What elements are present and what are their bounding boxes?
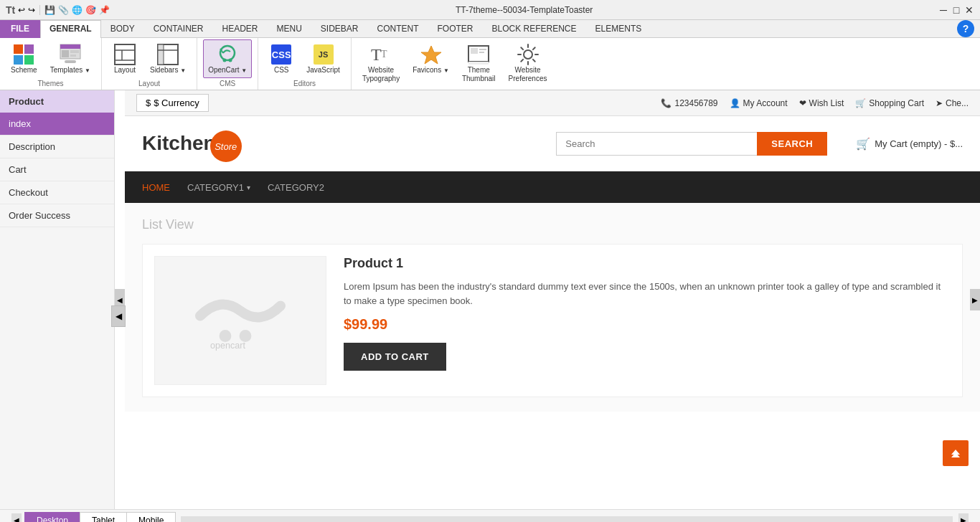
cart-label: My Cart (empty) - $... [875,138,963,149]
templates-button[interactable]: Templates ▼ [45,39,95,78]
scheme-button[interactable]: Scheme [6,39,42,78]
tab-content[interactable]: CONTENT [368,20,428,38]
nav-category1-label: CATEGORY1 [187,182,244,193]
theme-thumbnail-button[interactable]: ThemeThumbnail [457,39,501,87]
sidebars-label: Sidebars ▼ [150,66,186,75]
window-title: TT-7theme--50034-TemplateToaster [110,5,938,15]
minimize-btn[interactable]: ─ [938,5,948,15]
my-account-item[interactable]: 👤 My Account [730,98,788,108]
svg-text:opencart: opencart [210,341,246,351]
currency-button[interactable]: $ $ Currency [136,94,209,112]
css-button[interactable]: CSS CSS [264,39,298,78]
tab-sidebar[interactable]: SIDEBAR [311,20,368,38]
shopping-cart-item[interactable]: 🛒 Shopping Cart [855,98,924,108]
window-controls[interactable]: ─ □ ✕ [938,5,974,15]
nav-item-category2[interactable]: CATEGORY2 [268,174,324,201]
product-name: Product 1 [344,256,951,271]
close-btn[interactable]: ✕ [964,5,974,15]
undo-icon[interactable]: ↩ [18,5,25,15]
horizontal-scrollbar[interactable] [181,516,953,523]
favicons-label: Favicons ▼ [413,66,449,75]
my-account-label: My Account [743,98,788,108]
tab-general[interactable]: GENERAL [40,20,101,38]
clip-icon[interactable]: 📎 [58,5,69,15]
layout-button[interactable]: Layout [108,39,142,78]
phone-number: 123456789 [674,98,717,108]
product-info: Product 1 Lorem Ipsum has been the indus… [344,256,951,385]
nav-item-home[interactable]: HOME [142,174,170,201]
web-icon[interactable]: 🌐 [72,5,83,15]
desktop-tab[interactable]: Desktop [24,512,80,523]
svg-rect-3 [24,55,34,65]
tab-block-reference[interactable]: BLOCK REFERENCE [483,20,586,38]
bottom-scroll-left[interactable]: ◀ [11,513,22,523]
sidebars-icon [156,43,179,66]
favicons-button[interactable]: Favicons ▼ [407,39,454,87]
sidebar-collapse-btn[interactable]: ◀ [111,305,126,327]
sidebar-item-cart[interactable]: Cart [0,158,114,181]
wish-list-item[interactable]: ❤ Wish List [799,98,844,108]
heart-icon: ❤ [799,98,806,108]
scheme-icon [12,43,35,66]
layout-group-label: Layout [138,80,160,87]
separator [39,5,40,15]
svg-marker-22 [421,46,441,64]
templates-icon [59,43,82,66]
javascript-button[interactable]: JS JavaScript [301,39,345,78]
sidebars-button[interactable]: Sidebars ▼ [145,39,191,78]
ribbon-group-editors: CSS CSS JS JavaScript Editors [258,38,352,90]
nav-bar: HOME CATEGORY1 ▾ CATEGORY2 [125,171,980,203]
help-button[interactable]: ? [957,20,974,37]
title-bar-left: Tt ↩ ↪ 💾 📎 🌐 🎯 📌 [6,4,110,16]
target-icon[interactable]: 🎯 [85,5,96,15]
tab-file[interactable]: FILE [0,20,40,38]
pin-icon[interactable]: 📌 [99,5,110,15]
tab-header[interactable]: HEADER [212,20,267,38]
logo-circle: Store [210,130,242,162]
back-to-top-button[interactable] [943,440,969,466]
account-icon: 👤 [730,98,740,108]
search-button[interactable]: SEARCH [757,132,827,156]
tab-container[interactable]: CONTAINER [144,20,213,38]
preview-content: $ $ Currency 📞 123456789 👤 My Account ❤ … [125,90,980,412]
nav-item-category1[interactable]: CATEGORY1 ▾ [187,174,250,201]
thumbnail-label: ThemeThumbnail [462,66,496,83]
svg-rect-27 [468,62,489,65]
sidebar-item-description[interactable]: Description [0,136,114,158]
ribbon-tabs: FILE GENERAL BODY CONTAINER HEADER MENU … [0,20,980,38]
maximize-btn[interactable]: □ [951,5,961,15]
store-logo: Kitchen Store [142,125,242,162]
website-preferences-button[interactable]: WebsitePreferences [504,39,552,87]
app-icon: Tt [6,4,15,16]
favicons-icon [420,43,443,66]
tab-menu[interactable]: MENU [267,20,311,38]
svg-rect-8 [70,54,76,57]
cart-icon: 🛒 [855,98,866,108]
product-image: opencart [154,256,326,385]
sidebar-item-checkout[interactable]: Checkout [0,181,114,204]
search-input[interactable] [556,132,757,156]
ribbon-group-layout: Layout Sidebars ▼ Layout [102,38,197,90]
add-to-cart-button[interactable]: ADD TO CART [344,343,446,371]
tab-body[interactable]: BODY [101,20,144,38]
save-icon[interactable]: 💾 [44,5,55,15]
list-view-label: List View [142,217,963,232]
sidebar-item-order-success[interactable]: Order Success [0,204,114,227]
layout-label: Layout [114,66,136,75]
tools-items: T T WebsiteTypography Favicons ▼ [357,39,552,87]
checkout-item[interactable]: ➤ Che... [936,98,969,108]
mobile-tab[interactable]: Mobile [126,512,176,523]
website-typography-button[interactable]: T T WebsiteTypography [357,39,405,87]
scroll-right-btn[interactable]: ▶ [970,289,980,310]
sidebar-item-index[interactable]: index [0,113,114,136]
opencart-button[interactable]: OpenCart ▼ [203,39,252,78]
bottom-scroll-right[interactable]: ▶ [958,513,969,523]
ribbon: FILE GENERAL BODY CONTAINER HEADER MENU … [0,20,980,90]
tab-elements[interactable]: ELEMENTS [586,20,651,38]
topbar-right: 📞 123456789 👤 My Account ❤ Wish List 🛒 S… [661,98,969,108]
redo-icon[interactable]: ↪ [28,5,35,15]
product-image-placeholder: opencart [190,283,291,359]
tablet-tab[interactable]: Tablet [80,512,127,523]
cart-info[interactable]: 🛒 My Cart (empty) - $... [856,137,963,151]
tab-footer[interactable]: FOOTER [428,20,483,38]
